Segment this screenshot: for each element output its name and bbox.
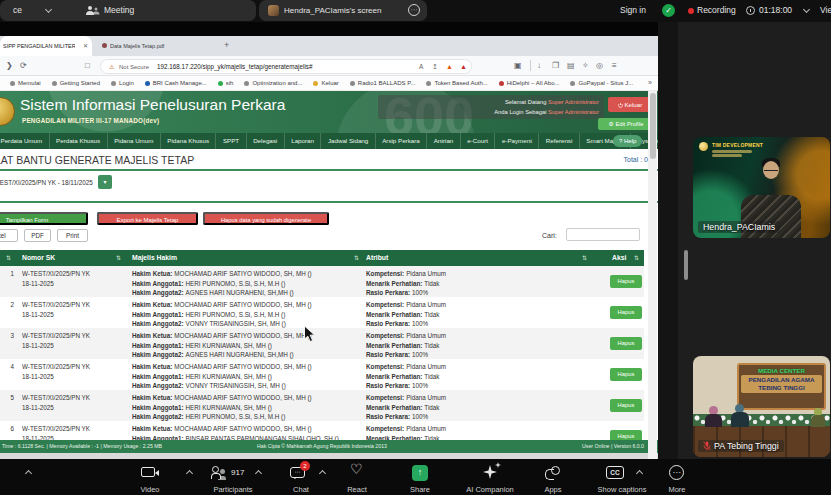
scrollbar-thumb[interactable] bbox=[650, 93, 656, 159]
share-icon[interactable]: ↑ bbox=[412, 465, 428, 481]
sk-select-button[interactable]: ▾ bbox=[98, 175, 112, 189]
translate-icon[interactable]: A bbox=[419, 63, 423, 70]
sort-icon[interactable]: ⇅ bbox=[116, 254, 121, 261]
workspace-label[interactable]: ce bbox=[13, 0, 22, 21]
security-check-icon[interactable]: ✓ bbox=[662, 4, 675, 17]
nav-item[interactable]: Delegasi bbox=[247, 133, 285, 149]
search-input[interactable] bbox=[566, 228, 640, 241]
tab-overview-icon[interactable]: ▤ bbox=[567, 61, 575, 70]
hapus-button[interactable]: Hapus bbox=[610, 275, 642, 288]
chevron-down-icon[interactable] bbox=[45, 6, 52, 13]
bookmark-item[interactable]: HiDelphi – All Abo... bbox=[499, 80, 560, 86]
video-icon[interactable] bbox=[141, 467, 155, 477]
share-label[interactable]: Share bbox=[410, 485, 430, 494]
ai-companion-label[interactable]: AI Companion bbox=[466, 485, 514, 494]
timer-chevron-icon[interactable] bbox=[803, 6, 810, 13]
logout-button[interactable]: Keluar bbox=[608, 97, 652, 112]
video-tile-hendra[interactable]: TIM DEVELOPMENT Hendra_PACIamis bbox=[693, 137, 830, 238]
bookmark-item[interactable]: Token Based Auth... bbox=[426, 80, 487, 86]
bookmark-item[interactable]: Getting Started bbox=[52, 80, 100, 86]
bookmark-item[interactable]: Radio1 BALLADS P... bbox=[350, 80, 416, 86]
tab-close-icon[interactable]: ✕ bbox=[83, 42, 88, 49]
export-majelis-button[interactable]: Export ke Majelis Tetap bbox=[97, 212, 198, 225]
sidebar-panel-icon[interactable]: ❐ bbox=[552, 61, 559, 70]
mute-chevron-icon[interactable] bbox=[25, 470, 32, 477]
forward-icon[interactable]: ❯ bbox=[6, 61, 13, 70]
page-scrollbar[interactable] bbox=[648, 91, 657, 459]
bookmark-item[interactable]: sih bbox=[218, 80, 234, 86]
apps-label[interactable]: Apps bbox=[544, 485, 561, 494]
apps-icon[interactable] bbox=[545, 466, 560, 480]
nav-item[interactable]: Perdata Umum bbox=[0, 133, 50, 149]
account-icon[interactable]: ◎ bbox=[596, 61, 603, 70]
chat-chevron-icon[interactable] bbox=[319, 470, 326, 477]
col-atribut[interactable]: Atribut bbox=[366, 254, 388, 261]
nav-item[interactable]: e-Payment bbox=[495, 133, 539, 149]
nav-item[interactable]: e-Court bbox=[461, 133, 496, 149]
video-tile-pa-tebing[interactable]: MEDIA CENTER PENGADILAN AGAMA TEBING TIN… bbox=[693, 356, 830, 457]
browser-tab-active[interactable]: SIPP PENGADILAN MILITER II ✕ bbox=[0, 36, 92, 56]
nav-item[interactable]: SPPT bbox=[216, 133, 246, 149]
sort-icon[interactable]: ⇅ bbox=[354, 254, 359, 261]
help-button[interactable]: ? Help bbox=[613, 135, 642, 147]
extension-icon[interactable]: ▣ bbox=[514, 61, 522, 70]
nav-item[interactable]: Antrian bbox=[427, 133, 461, 149]
excel-button[interactable]: Excel bbox=[0, 229, 18, 242]
participants-label[interactable]: Participants bbox=[213, 485, 252, 494]
pdf-button[interactable]: PDF bbox=[24, 229, 51, 242]
menu-icon[interactable]: ≡ bbox=[612, 61, 617, 70]
hapus-button[interactable]: Hapus bbox=[610, 399, 642, 412]
meeting-tab[interactable]: Meeting bbox=[104, 0, 134, 21]
col-aksi[interactable]: Aksi bbox=[612, 254, 626, 261]
participants-chevron-icon[interactable] bbox=[255, 470, 262, 477]
nav-item[interactable]: Laporan bbox=[285, 133, 322, 149]
view-button[interactable]: View bbox=[820, 0, 831, 21]
browser-tab-pdf[interactable]: Data Majelis Tetap.pdf bbox=[97, 36, 217, 56]
edit-profile-button[interactable]: ⚙ Edit Profile bbox=[598, 118, 654, 130]
sort-icon[interactable]: ⇅ bbox=[6, 254, 11, 261]
more-options-icon[interactable]: ⋯ bbox=[408, 4, 420, 16]
chat-label[interactable]: Chat bbox=[293, 485, 309, 494]
captions-icon[interactable]: CC bbox=[606, 466, 624, 479]
new-tab-button[interactable]: + bbox=[224, 40, 229, 50]
sidebar-scrollbar-thumb[interactable] bbox=[684, 250, 688, 280]
col-nomor-sk[interactable]: Nomor SK bbox=[22, 254, 55, 261]
sign-in-button[interactable]: Sign in bbox=[620, 0, 646, 21]
bookmark-item[interactable]: Optimization and... bbox=[244, 80, 302, 86]
bookmarks-overflow-icon[interactable]: » bbox=[648, 79, 652, 86]
participants-icon[interactable] bbox=[211, 466, 226, 479]
nav-item[interactable]: Arsip Perkara bbox=[376, 133, 427, 149]
bookmark-item[interactable]: Login bbox=[111, 80, 134, 86]
captions-chevron-icon[interactable] bbox=[636, 470, 643, 477]
nav-item[interactable]: Jadwal Sidang bbox=[321, 133, 375, 149]
bookmark-item[interactable]: BRI Cash Manage... bbox=[145, 80, 207, 86]
bookmark-item[interactable]: Memulai bbox=[10, 80, 41, 86]
nav-item[interactable]: Pidana Khusus bbox=[161, 133, 217, 149]
ai-companion-icon[interactable] bbox=[483, 465, 497, 479]
hapus-button[interactable]: Hapus bbox=[610, 337, 642, 350]
show-form-button[interactable]: Tampilkan Form bbox=[0, 212, 88, 225]
react-label[interactable]: React bbox=[347, 485, 367, 494]
nav-item[interactable]: Perdata Khusus bbox=[50, 133, 108, 149]
captions-label[interactable]: Show captions bbox=[598, 485, 647, 494]
address-bar[interactable]: ⚠ Not Secure 192.168.17.220/sipp_yk/maje… bbox=[100, 59, 472, 74]
shield-icon[interactable]: ▲ bbox=[446, 63, 453, 70]
bookmark-item[interactable]: Keluar bbox=[313, 80, 338, 86]
sort-icon[interactable]: ⇅ bbox=[634, 254, 639, 261]
more-icon[interactable]: ⋯ bbox=[669, 465, 684, 480]
extension2-icon[interactable]: ✧ bbox=[582, 61, 589, 70]
nav-item[interactable]: Referensi bbox=[539, 133, 579, 149]
video-label[interactable]: Video bbox=[140, 485, 159, 494]
bookmark-item[interactable]: GoPaypal - Situs J... bbox=[570, 80, 633, 86]
col-majelis[interactable]: Majelis Hakim bbox=[132, 254, 177, 261]
alert-triangle-icon[interactable]: ▲ bbox=[460, 63, 467, 70]
bookmark-page-icon[interactable]: □ bbox=[85, 61, 90, 70]
sk-select-value[interactable]: W-TEST/XI/2025/PN YK - 18/11/2025 bbox=[0, 179, 93, 186]
hapus-button[interactable]: Hapus bbox=[610, 306, 642, 319]
video-chevron-icon[interactable] bbox=[186, 470, 193, 477]
nav-item[interactable]: Pidana Umum bbox=[108, 133, 161, 149]
downloads-icon[interactable]: ↓ bbox=[537, 61, 541, 70]
hapus-button[interactable]: Hapus bbox=[610, 368, 642, 381]
send-tab-icon[interactable]: ↥ bbox=[432, 63, 438, 71]
more-label[interactable]: More bbox=[668, 485, 685, 494]
